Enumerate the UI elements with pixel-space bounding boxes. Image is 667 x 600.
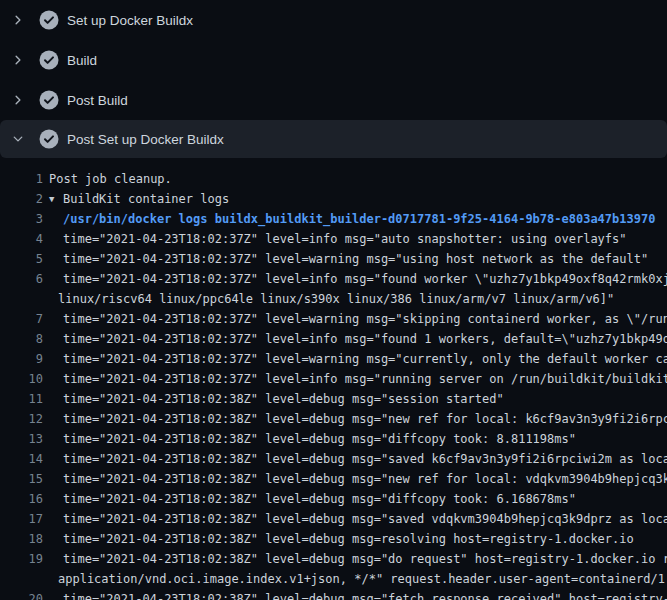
line-number-link[interactable]: 19 [0, 549, 43, 569]
log-line-text: time="2021-04-23T18:02:37Z" level=warnin… [63, 349, 667, 369]
check-circle-icon [39, 50, 59, 70]
log-line-text: time="2021-04-23T18:02:38Z" level=debug … [63, 589, 667, 600]
log-line-text: time="2021-04-23T18:02:38Z" level=debug … [63, 409, 667, 429]
log-line-text: time="2021-04-23T18:02:37Z" level=info m… [63, 369, 667, 389]
step-label: Post Set up Docker Buildx [67, 132, 224, 147]
log-line-text: application/vnd.oci.image.index.v1+json,… [58, 569, 667, 589]
line-number-link[interactable]: 1 [0, 169, 43, 189]
line-number-link[interactable]: 15 [0, 469, 43, 489]
log-line: 16 time="2021-04-23T18:02:38Z" level=deb… [0, 489, 667, 509]
line-number-link[interactable]: 10 [0, 369, 43, 389]
log-line: 18 time="2021-04-23T18:02:38Z" level=deb… [0, 529, 667, 549]
log-line: 7 time="2021-04-23T18:02:37Z" level=warn… [0, 309, 667, 329]
log-line-text: Post job cleanup. [49, 169, 172, 189]
log-line-text: time="2021-04-23T18:02:37Z" level=info m… [63, 269, 667, 289]
step-post-set-up-docker-buildx[interactable]: Post Set up Docker Buildx [0, 120, 667, 158]
log-line-text: time="2021-04-23T18:02:37Z" level=info m… [63, 229, 627, 249]
line-number-link[interactable]: 7 [0, 309, 43, 329]
line-number-link[interactable]: 3 [0, 209, 43, 229]
log-line: 6 time="2021-04-23T18:02:37Z" level=info… [0, 269, 667, 289]
chevron-right-icon [12, 14, 24, 26]
line-number-link[interactable]: 6 [0, 269, 43, 289]
steps-list: Set up Docker Buildx Build Post Build [0, 0, 667, 158]
log-group-header[interactable]: 2 ▼BuildKit container logs [0, 189, 667, 209]
line-number-link[interactable]: 17 [0, 509, 43, 529]
line-number-link[interactable]: 18 [0, 529, 43, 549]
line-number-link[interactable] [0, 289, 43, 309]
log-line-text: /usr/bin/docker logs buildx_buildkit_bui… [63, 209, 655, 229]
log-line: 3 /usr/bin/docker logs buildx_buildkit_b… [0, 209, 667, 229]
line-number-link[interactable] [0, 569, 43, 589]
log-line: linux/riscv64 linux/ppc64le linux/s390x … [0, 289, 667, 309]
step-set-up-docker-buildx[interactable]: Set up Docker Buildx [0, 0, 667, 40]
log-line-text: time="2021-04-23T18:02:38Z" level=debug … [63, 469, 667, 489]
line-number-link[interactable]: 13 [0, 429, 43, 449]
log-line-text: time="2021-04-23T18:02:38Z" level=debug … [63, 449, 667, 469]
log-line: 5 time="2021-04-23T18:02:37Z" level=warn… [0, 249, 667, 269]
job-log-viewer: Set up Docker Buildx Build Post Build [0, 0, 667, 600]
log-line-text: time="2021-04-23T18:02:38Z" level=debug … [63, 429, 576, 449]
line-number-link[interactable]: 4 [0, 229, 43, 249]
line-number-link[interactable]: 9 [0, 349, 43, 369]
log-line: 9 time="2021-04-23T18:02:37Z" level=warn… [0, 349, 667, 369]
log-line-text: time="2021-04-23T18:02:37Z" level=warnin… [63, 309, 667, 329]
log-line: 19 time="2021-04-23T18:02:38Z" level=deb… [0, 549, 667, 569]
line-number-link[interactable]: 16 [0, 489, 43, 509]
step-post-build[interactable]: Post Build [0, 80, 667, 120]
log-line-text: linux/riscv64 linux/ppc64le linux/s390x … [58, 289, 614, 309]
line-number-link[interactable]: 14 [0, 449, 43, 469]
log-line: 10 time="2021-04-23T18:02:37Z" level=inf… [0, 369, 667, 389]
log-line-text: time="2021-04-23T18:02:37Z" level=warnin… [63, 249, 648, 269]
log-line: 11 time="2021-04-23T18:02:38Z" level=deb… [0, 389, 667, 409]
log-line-text: time="2021-04-23T18:02:38Z" level=debug … [63, 489, 576, 509]
line-number-link[interactable]: 11 [0, 389, 43, 409]
step-label: Post Build [67, 93, 128, 108]
chevron-down-icon [12, 133, 24, 145]
line-number-link[interactable]: 12 [0, 409, 43, 429]
log-area: 1 Post job cleanup. 2 ▼BuildKit containe… [0, 158, 667, 600]
check-circle-icon [39, 10, 59, 30]
log-line-text: time="2021-04-23T18:02:37Z" level=info m… [63, 329, 667, 349]
line-number-link[interactable]: 2 [0, 189, 43, 209]
check-circle-icon [39, 129, 59, 149]
line-number-link[interactable]: 20 [0, 589, 43, 600]
chevron-right-icon [12, 94, 24, 106]
log-line: 8 time="2021-04-23T18:02:37Z" level=info… [0, 329, 667, 349]
log-line: 12 time="2021-04-23T18:02:38Z" level=deb… [0, 409, 667, 429]
log-line: 14 time="2021-04-23T18:02:38Z" level=deb… [0, 449, 667, 469]
log-line-text: ▼BuildKit container logs [49, 189, 229, 209]
log-line: 4 time="2021-04-23T18:02:37Z" level=info… [0, 229, 667, 249]
group-toggle-icon[interactable]: ▼ [49, 189, 63, 209]
line-number-link[interactable]: 5 [0, 249, 43, 269]
log-line: 20 time="2021-04-23T18:02:38Z" level=deb… [0, 589, 667, 600]
step-label: Build [67, 53, 97, 68]
log-line-text: time="2021-04-23T18:02:38Z" level=debug … [63, 529, 634, 549]
chevron-right-icon [12, 54, 24, 66]
log-line-text: time="2021-04-23T18:02:38Z" level=debug … [63, 509, 667, 529]
step-build[interactable]: Build [0, 40, 667, 80]
log-line-text: time="2021-04-23T18:02:38Z" level=debug … [63, 389, 504, 409]
log-line: application/vnd.oci.image.index.v1+json,… [0, 569, 667, 589]
check-circle-icon [39, 90, 59, 110]
step-label: Set up Docker Buildx [67, 13, 193, 28]
log-line: 1 Post job cleanup. [0, 169, 667, 189]
line-number-link[interactable]: 8 [0, 329, 43, 349]
log-line-text: time="2021-04-23T18:02:38Z" level=debug … [63, 549, 667, 569]
log-line: 17 time="2021-04-23T18:02:38Z" level=deb… [0, 509, 667, 529]
log-line: 13 time="2021-04-23T18:02:38Z" level=deb… [0, 429, 667, 449]
log-line: 15 time="2021-04-23T18:02:38Z" level=deb… [0, 469, 667, 489]
